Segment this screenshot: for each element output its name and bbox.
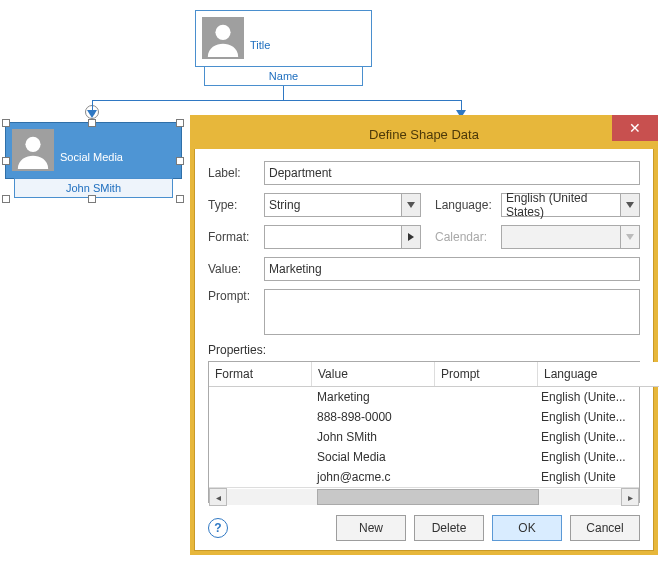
col-value[interactable]: Value: [312, 362, 435, 386]
label-format: Format:: [208, 230, 264, 244]
label-properties: Properties:: [208, 343, 640, 357]
help-button[interactable]: ?: [208, 518, 228, 538]
cell-prompt: [433, 467, 535, 487]
calendar-select: [501, 225, 621, 249]
cell-value: Social Media: [311, 447, 433, 467]
delete-button[interactable]: Delete: [414, 515, 484, 541]
table-row[interactable]: John SMithEnglish (Unite...C: [209, 427, 659, 447]
arrow-down-icon: [87, 110, 97, 118]
cell-format: [209, 407, 311, 427]
cell-language: English (Unite...: [535, 447, 659, 467]
cell-value: john@acme.c: [311, 467, 433, 487]
table-row[interactable]: 888-898-0000English (Unite...C: [209, 407, 659, 427]
cell-prompt: [433, 407, 535, 427]
label-language: Language:: [435, 198, 501, 212]
label-input[interactable]: Department: [264, 161, 640, 185]
label-prompt: Prompt:: [208, 289, 264, 303]
table-header-row: Format Value Prompt Language: [209, 362, 659, 387]
cell-language: English (Unite: [535, 467, 659, 487]
horizontal-scrollbar[interactable]: ◂ ▸: [209, 487, 639, 506]
org-card-name: John SMith: [66, 182, 121, 194]
calendar-dropdown-button: [621, 225, 640, 249]
help-icon: ?: [214, 521, 221, 535]
value-input[interactable]: Marketing: [264, 257, 640, 281]
avatar-placeholder: [202, 17, 244, 59]
scroll-thumb[interactable]: [317, 489, 539, 505]
properties-table[interactable]: Format Value Prompt Language MarketingEn…: [208, 361, 640, 503]
selection-handle[interactable]: [2, 195, 10, 203]
format-builder-button[interactable]: [402, 225, 421, 249]
cell-prompt: [433, 387, 535, 407]
define-shape-data-dialog: Define Shape Data ✕ Label: Department Ty…: [190, 115, 658, 555]
play-icon: [408, 233, 414, 241]
format-input[interactable]: [264, 225, 402, 249]
col-prompt[interactable]: Prompt: [435, 362, 538, 386]
cell-value: Marketing: [311, 387, 433, 407]
svg-point-0: [215, 25, 230, 40]
connector-line: [92, 100, 462, 101]
cell-prompt: [433, 427, 535, 447]
cell-format: [209, 447, 311, 467]
label-label: Label:: [208, 166, 264, 180]
close-icon: ✕: [629, 120, 641, 136]
chevron-down-icon: [626, 234, 634, 240]
cell-language: English (Unite...: [535, 407, 659, 427]
org-card-parent[interactable]: Title: [195, 10, 372, 67]
chevron-down-icon: [626, 202, 634, 208]
cell-prompt: [433, 447, 535, 467]
dialog-titlebar[interactable]: Define Shape Data ✕: [194, 119, 654, 149]
selection-handle[interactable]: [88, 119, 96, 127]
org-card-role: Social Media: [60, 151, 123, 163]
dialog-title: Define Shape Data: [369, 127, 479, 142]
org-card-name: Name: [269, 70, 298, 82]
selection-handle[interactable]: [2, 157, 10, 165]
ok-button[interactable]: OK: [492, 515, 562, 541]
close-button[interactable]: ✕: [612, 115, 658, 141]
scroll-track[interactable]: [227, 489, 621, 505]
scroll-left-button[interactable]: ◂: [209, 488, 227, 506]
connector-line: [283, 86, 284, 100]
cell-format: [209, 387, 311, 407]
cancel-button[interactable]: Cancel: [570, 515, 640, 541]
cell-language: English (Unite...: [535, 427, 659, 447]
label-value: Value:: [208, 262, 264, 276]
selection-handle[interactable]: [88, 195, 96, 203]
table-row[interactable]: Social MediaEnglish (Unite...C: [209, 447, 659, 467]
type-select[interactable]: String: [264, 193, 402, 217]
org-card-child[interactable]: Social Media: [5, 122, 182, 179]
prompt-input[interactable]: [264, 289, 640, 335]
cell-value: 888-898-0000: [311, 407, 433, 427]
cell-language: English (Unite...: [535, 387, 659, 407]
new-button[interactable]: New: [336, 515, 406, 541]
avatar-placeholder: [12, 129, 54, 171]
col-format[interactable]: Format: [209, 362, 312, 386]
language-select[interactable]: English (United States): [501, 193, 621, 217]
selection-handle[interactable]: [176, 157, 184, 165]
language-dropdown-button[interactable]: [621, 193, 640, 217]
selection-handle[interactable]: [176, 195, 184, 203]
type-dropdown-button[interactable]: [402, 193, 421, 217]
cell-format: [209, 467, 311, 487]
table-row[interactable]: john@acme.cEnglish (Unite: [209, 467, 659, 487]
selection-handle[interactable]: [2, 119, 10, 127]
cell-format: [209, 427, 311, 447]
cell-value: John SMith: [311, 427, 433, 447]
selection-handle[interactable]: [176, 119, 184, 127]
label-type: Type:: [208, 198, 264, 212]
svg-point-1: [25, 137, 40, 152]
org-card-name-base[interactable]: Name: [204, 66, 363, 86]
col-language[interactable]: Language: [538, 362, 659, 386]
label-calendar: Calendar:: [435, 230, 501, 244]
chevron-down-icon: [407, 202, 415, 208]
org-card-role: Title: [250, 39, 270, 51]
table-row[interactable]: MarketingEnglish (Unite...C: [209, 387, 659, 407]
scroll-right-button[interactable]: ▸: [621, 488, 639, 506]
